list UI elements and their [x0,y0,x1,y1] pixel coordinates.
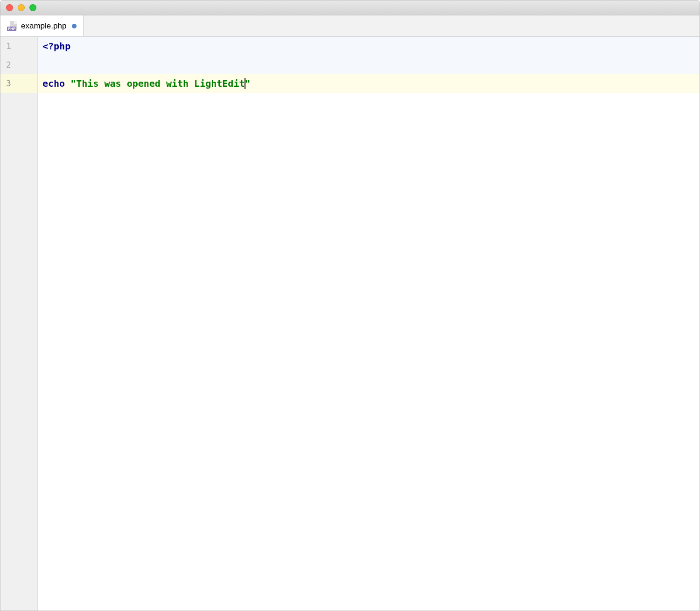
code-line[interactable] [38,56,700,74]
php-file-icon: PHP [7,21,17,31]
tab-bar: PHP example.php [0,15,700,37]
tab-filename: example.php [21,21,66,31]
titlebar[interactable] [0,0,700,15]
code-area[interactable]: <?phpecho "This was opened with LightEdi… [38,37,700,611]
editor-window: PHP example.php 123 <?phpecho "This was … [0,0,700,611]
code-line[interactable]: <?php [38,37,700,56]
gutter-line-number[interactable]: 3 [0,74,37,93]
window-minimize-button[interactable] [18,4,25,11]
editor: 123 <?phpecho "This was opened with Ligh… [0,37,700,611]
file-tab[interactable]: PHP example.php [0,15,84,36]
code-token: " [245,78,251,89]
code-line[interactable]: echo "This was opened with LightEdit" [38,74,700,93]
code-token: echo [42,78,70,89]
gutter-line-number[interactable]: 2 [0,56,37,74]
gutter-line-number[interactable]: 1 [0,37,37,56]
window-maximize-button[interactable] [29,4,36,11]
line-gutter[interactable]: 123 [0,37,38,611]
text-caret [245,78,245,89]
modified-indicator-icon [72,24,77,28]
code-token: "This was opened with LightEdit [70,78,245,89]
code-token: <?php [42,41,70,52]
window-close-button[interactable] [6,4,13,11]
